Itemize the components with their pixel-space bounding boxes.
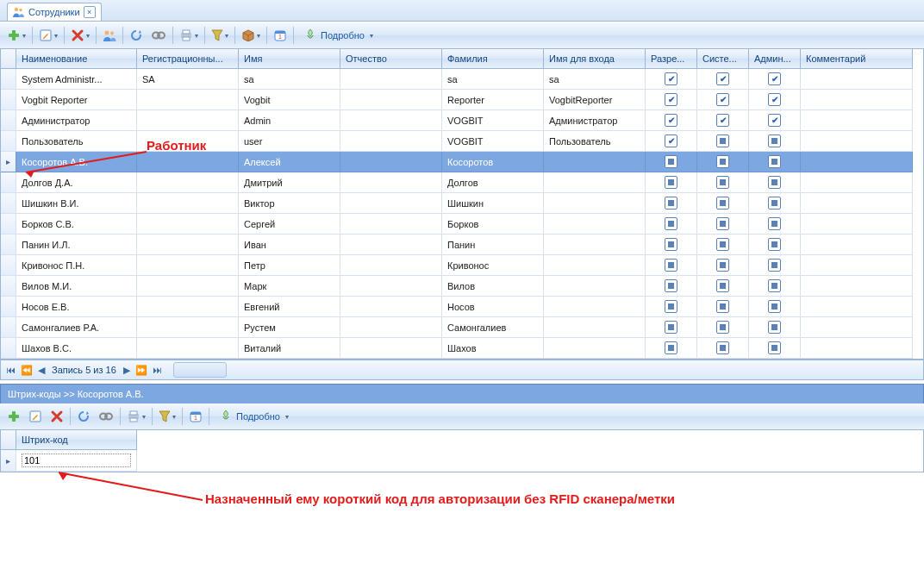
col-name[interactable]: Наименование [16,49,137,69]
cell-last[interactable]: Носов [442,297,544,317]
cell-sys[interactable] [697,214,749,235]
table-row[interactable]: Кривонос П.Н.ПетрКривонос [1,255,923,276]
nav-last[interactable]: ⏭ [151,365,164,375]
cell-last[interactable]: Косоротов [442,152,544,172]
cell-login[interactable] [544,193,646,214]
checkbox-indeterminate[interactable] [665,259,677,272]
cell-comment[interactable] [801,90,913,110]
link-button[interactable] [95,405,117,428]
checkbox-checked[interactable]: ✔ [716,114,729,127]
cell-login[interactable]: Пользователь [544,131,646,152]
barcode-cell[interactable] [16,450,137,472]
table-row[interactable]: ▸ [1,450,923,472]
refresh-button[interactable] [126,24,147,47]
cell-admin[interactable] [749,317,801,338]
checkbox-checked[interactable]: ✔ [716,72,729,85]
cell-reg[interactable] [137,297,239,317]
cell-login[interactable] [544,152,646,172]
checkbox-indeterminate[interactable] [768,279,781,292]
tab-close-button[interactable]: × [84,6,96,18]
cell-reg[interactable] [137,235,239,255]
cell-perm[interactable]: ✔ [646,69,697,90]
checkbox-indeterminate[interactable] [768,341,781,354]
cell-admin[interactable]: ✔ [749,110,801,131]
cell-mid[interactable] [340,276,442,297]
cell-mid[interactable] [340,110,442,131]
cell-comment[interactable] [801,69,913,90]
table-row[interactable]: Панин И.Л.ИванПанин [1,235,923,255]
cell-sys[interactable] [697,131,749,152]
cell-perm[interactable] [646,317,697,338]
cell-first[interactable]: Виктор [239,193,340,214]
cell-sys[interactable] [697,276,749,297]
checkbox-indeterminate[interactable] [768,176,781,189]
cell-admin[interactable]: ✔ [749,69,801,90]
cell-name[interactable]: Vogbit Reporter [16,90,137,110]
table-row[interactable]: Шишкин В.И.ВикторШишкин [1,193,923,214]
checkbox-indeterminate[interactable] [716,155,729,168]
cell-sys[interactable] [697,152,749,172]
nav-next-page[interactable]: ⏩ [134,365,149,376]
cell-login[interactable]: Администратор [544,110,646,131]
cell-reg[interactable] [137,152,239,172]
cell-first[interactable]: Алексей [239,152,340,172]
cell-login[interactable]: VogbitReporter [544,90,646,110]
cell-first[interactable]: Admin [239,110,340,131]
table-row[interactable]: Долгов Д.А.ДмитрийДолгов [1,172,923,193]
cell-last[interactable]: Борков [442,214,544,235]
cell-reg[interactable] [137,172,239,193]
checkbox-checked[interactable]: ✔ [716,93,729,106]
checkbox-indeterminate[interactable] [768,300,781,313]
cell-admin[interactable] [749,214,801,235]
cell-mid[interactable] [340,317,442,338]
checkbox-indeterminate[interactable] [768,134,781,147]
cell-sys[interactable]: ✔ [697,69,749,90]
cell-reg[interactable] [137,131,239,152]
cell-admin[interactable] [749,172,801,193]
col-login[interactable]: Имя для входа [544,49,646,69]
col-sys[interactable]: Систе... [697,49,749,69]
cell-reg[interactable] [137,338,239,359]
table-row[interactable]: Носов Е.В.ЕвгенийНосов [1,297,923,317]
checkbox-indeterminate[interactable] [665,321,677,334]
print-button[interactable]: ▾ [123,405,149,428]
cell-perm[interactable] [646,152,697,172]
checkbox-indeterminate[interactable] [716,321,729,334]
filter-button[interactable]: ▾ [155,405,179,428]
cell-perm[interactable] [646,255,697,276]
cell-last[interactable]: Кривонос [442,255,544,276]
cell-login[interactable] [544,338,646,359]
cell-name[interactable]: Долгов Д.А. [16,172,137,193]
col-comment[interactable]: Комментарий [801,49,913,69]
cell-first[interactable]: sa [239,69,340,90]
cell-first[interactable]: Дмитрий [239,172,340,193]
cell-admin[interactable] [749,338,801,359]
checkbox-checked[interactable]: ✔ [665,134,677,147]
table-row[interactable]: ▸Косоротов А.В.АлексейКосоротов [1,152,923,172]
cell-login[interactable] [544,214,646,235]
refresh-button[interactable] [73,405,94,428]
cell-comment[interactable] [801,172,913,193]
cell-perm[interactable]: ✔ [646,131,697,152]
cell-name[interactable]: Панин И.Л. [16,235,137,255]
col-first[interactable]: Имя [239,49,340,69]
table-row[interactable]: Вилов М.И.МаркВилов [1,276,923,297]
table-row[interactable]: Шахов В.С.ВиталийШахов [1,338,923,359]
cell-name[interactable]: Кривонос П.Н. [16,255,137,276]
delete-button[interactable]: ▾ [67,24,93,47]
checkbox-indeterminate[interactable] [716,217,729,230]
cell-sys[interactable] [697,193,749,214]
cell-perm[interactable] [646,297,697,317]
checkbox-indeterminate[interactable] [716,176,729,189]
cell-sys[interactable] [697,317,749,338]
cell-first[interactable]: Евгений [239,297,340,317]
cell-last[interactable]: Панин [442,235,544,255]
table-row[interactable]: АдминистраторAdminVOGBITАдминистратор✔✔✔ [1,110,923,131]
cell-reg[interactable] [137,193,239,214]
cell-mid[interactable] [340,235,442,255]
checkbox-indeterminate[interactable] [665,279,677,292]
checkbox-indeterminate[interactable] [768,259,781,272]
cell-admin[interactable] [749,235,801,255]
cell-reg[interactable] [137,255,239,276]
table-row[interactable]: ПользовательuserVOGBITПользователь✔ [1,131,923,152]
